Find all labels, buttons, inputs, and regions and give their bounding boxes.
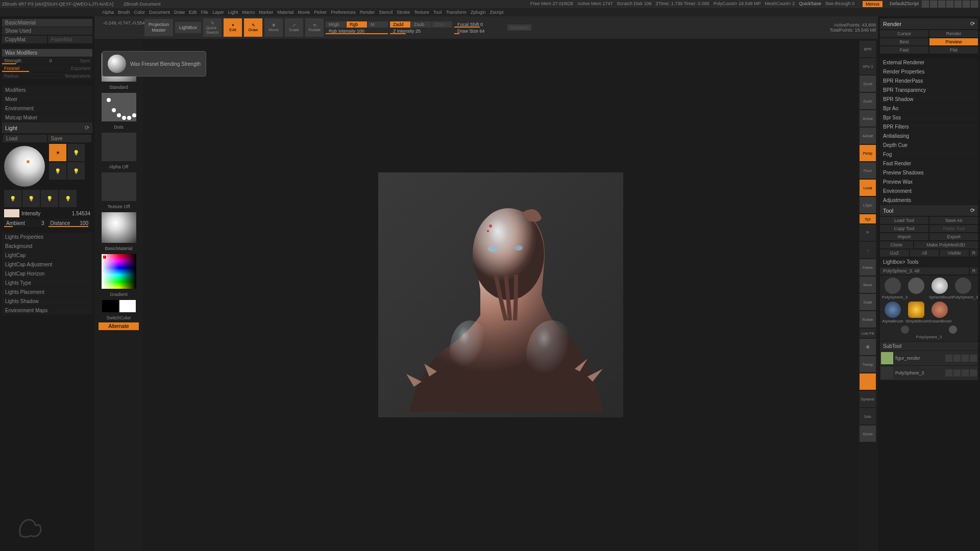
pin-icon[interactable]: ⟳ <box>970 207 975 214</box>
light-slot-3[interactable]: 💡 <box>49 162 66 180</box>
radius-slider[interactable]: Radius Temperature <box>2 72 92 80</box>
z-intensity-slider[interactable]: Z Intensity 25 <box>390 28 452 34</box>
matcap-section[interactable]: Matcap Maker <box>2 113 92 122</box>
menu-draw[interactable]: Draw <box>174 10 185 15</box>
default-script[interactable]: DefaultZScript <box>890 1 919 7</box>
nav-icon[interactable]: ⟳ <box>860 224 876 241</box>
rotate-button[interactable]: ⟲Rotate <box>305 18 324 37</box>
menus-button[interactable]: Menus <box>863 1 883 7</box>
rgb-button[interactable]: Rgb <box>347 21 367 28</box>
distance-slider[interactable]: Distance 100 <box>48 219 91 227</box>
pin-icon[interactable]: ⟳ <box>970 20 975 27</box>
close-icon[interactable] <box>971 1 978 8</box>
intensity-slider[interactable]: Intensity 1.54534 <box>2 208 92 218</box>
menu-layer[interactable]: Layer <box>212 10 224 15</box>
actual-button[interactable]: Actual <box>860 110 876 127</box>
rotate-view-button[interactable]: Rotate <box>860 311 876 328</box>
bpr-renderpass[interactable]: BPR RenderPass <box>880 77 978 85</box>
projection-master-button[interactable]: Projection Master <box>144 19 173 36</box>
save-button[interactable]: Save <box>48 135 92 142</box>
wax-modifiers-header[interactable]: Wax Modifiers <box>2 49 92 57</box>
bpr-ao[interactable]: Bpr Ao <box>880 104 978 113</box>
scale-button[interactable]: ⤢Scale <box>285 18 303 37</box>
lights-placement-section[interactable]: Lights Placement <box>2 288 92 296</box>
zsub-button[interactable]: Zsub <box>411 21 431 28</box>
menu-zplugin[interactable]: Zplugin <box>471 10 486 15</box>
background-section[interactable]: Background <box>2 242 92 251</box>
menu-brush[interactable]: Brush <box>118 10 130 15</box>
goz-button[interactable]: GoZ <box>880 249 909 257</box>
menu-macro[interactable]: Macro <box>242 10 255 15</box>
copymat-button[interactable]: CopyMat <box>2 36 47 43</box>
quicksave-button[interactable]: QuickSave <box>799 1 821 7</box>
tool-thumb[interactable]: EraserBrush <box>929 302 950 323</box>
visible-button[interactable]: Visible <box>940 249 969 257</box>
lights-type-section[interactable]: Lights Type <box>2 279 92 287</box>
menu-document[interactable]: Document <box>149 10 170 15</box>
dynamic-view-button[interactable]: Dynamic <box>860 391 876 407</box>
refresh-icon[interactable]: ⟳ <box>85 124 89 131</box>
persp-button[interactable]: Persp <box>860 145 876 161</box>
scale-view-button[interactable]: Scale <box>860 294 876 310</box>
xpose-button[interactable]: Xpose <box>860 425 876 442</box>
white-swatch[interactable] <box>119 300 136 312</box>
menu-alpha[interactable]: Alpha <box>102 10 114 15</box>
depth-cue[interactable]: Depth Cue <box>880 141 978 149</box>
light-slot-5[interactable]: 💡 <box>4 190 21 207</box>
export-button[interactable]: Export <box>929 233 978 240</box>
mode-icon[interactable] <box>970 355 977 362</box>
tool-thumb[interactable]: PolySphere_3 <box>882 278 903 299</box>
focal-shift-slider[interactable]: Focal Shift 0 <box>454 21 505 28</box>
menu-material[interactable]: Material <box>277 10 293 15</box>
tool-thumb[interactable] <box>905 278 927 299</box>
menu-color[interactable]: Color <box>134 10 145 15</box>
alternate-button[interactable]: Alternate <box>99 322 139 330</box>
light-preview[interactable] <box>4 146 45 187</box>
floor-button[interactable]: Floor <box>860 162 876 179</box>
menu-light[interactable]: Light <box>228 10 238 15</box>
lights-properties[interactable]: Lights Properties <box>2 233 92 241</box>
paste-tool-button[interactable]: Paste Tool <box>929 225 978 232</box>
light-slot-7[interactable]: 💡 <box>41 190 58 207</box>
window-icon[interactable] <box>922 1 929 8</box>
environment-section[interactable]: Environment <box>2 104 92 113</box>
visibility-icon[interactable] <box>945 355 952 362</box>
save-as-button[interactable]: Save As <box>929 217 978 224</box>
maximize-icon[interactable] <box>963 1 970 8</box>
quicksketch-button[interactable]: ✎Quick Sketch <box>203 18 222 37</box>
zcut-button[interactable]: Zcut <box>432 21 452 28</box>
menu-file[interactable]: File <box>201 10 209 15</box>
local-button[interactable]: Local <box>860 180 876 196</box>
all-button[interactable]: All <box>910 249 939 257</box>
light-header[interactable]: Light ⟳ <box>2 122 92 133</box>
load-tool-button[interactable]: Load Tool <box>880 217 928 224</box>
solo-button[interactable]: Solo <box>860 408 876 424</box>
strength-slider[interactable]: Strength 0 Spec <box>2 57 92 64</box>
mode-icon[interactable] <box>953 355 961 362</box>
transp-button[interactable]: Transp <box>860 356 876 372</box>
environment-render[interactable]: Environment <box>880 187 978 195</box>
light-slot-2[interactable]: 💡 <box>67 144 85 161</box>
load-button[interactable]: Load <box>3 135 47 142</box>
pastemat-button[interactable]: PasteMat <box>48 36 93 43</box>
seethrough-slider[interactable]: See-through 0 <box>825 1 854 7</box>
tool-thumb[interactable]: PolySphere_3 <box>952 278 974 299</box>
bpr-button[interactable]: BPR <box>860 41 876 57</box>
black-swatch[interactable] <box>102 300 118 312</box>
tool-thumb[interactable]: SimpleBrush <box>905 302 927 323</box>
ambient-slider[interactable]: Ambient 3 <box>4 219 46 227</box>
tool-thumb[interactable]: SphereBrush <box>929 278 950 299</box>
active-icon[interactable] <box>860 373 876 390</box>
fast-button[interactable]: Fast <box>880 46 928 54</box>
show-used-button[interactable]: Show Used <box>2 27 92 35</box>
spix-button[interactable]: SPix 3 <box>860 58 876 74</box>
render-properties[interactable]: Render Properties <box>880 67 978 76</box>
move-button[interactable]: ✥Move <box>264 18 283 37</box>
menu-edit[interactable]: Edit <box>189 10 197 15</box>
edit-button[interactable]: ✦Edit <box>224 18 242 37</box>
lights-shadow-section[interactable]: Lights Shadow <box>2 297 92 306</box>
external-renderer[interactable]: External Renderer <box>880 58 978 67</box>
zoom-button[interactable]: Zoom <box>860 93 876 109</box>
lightcap-horizon-section[interactable]: LightCap Horizon <box>2 269 92 278</box>
lightbox-button[interactable]: LightBox <box>175 22 201 34</box>
